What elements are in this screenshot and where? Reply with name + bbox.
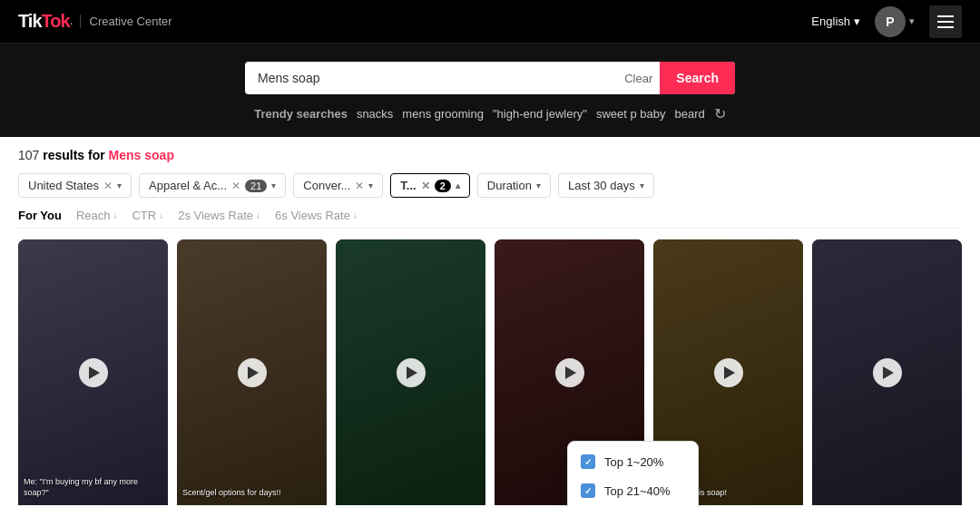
sort-tab-6s-views[interactable]: 6s Views Rate ↓ — [275, 209, 358, 222]
sort-arrow-icon: ↓ — [113, 210, 117, 220]
filter-top[interactable]: T... ✕ 2 ▴ — [390, 173, 469, 198]
filter-label: T... — [400, 179, 416, 192]
filter-badge: 2 — [435, 180, 451, 192]
filter-label: United States — [28, 179, 99, 192]
results-area: 107 results for Mens soap United States … — [0, 137, 980, 507]
play-button[interactable] — [555, 358, 584, 387]
chevron-down-icon: ▾ — [271, 180, 276, 190]
filter-united-states[interactable]: United States ✕ ▾ — [18, 173, 132, 198]
sort-arrow-icon: ↓ — [353, 210, 358, 220]
play-button[interactable] — [873, 358, 902, 387]
sort-tab-ctr[interactable]: CTR ↓ — [132, 209, 163, 222]
trending-row: Trendy searches snacks mens grooming "hi… — [254, 105, 725, 122]
results-query: Mens soap — [109, 148, 174, 162]
menu-line-2 — [937, 21, 954, 23]
menu-line-1 — [937, 15, 954, 17]
avatar-wrapper[interactable]: P ▾ — [875, 6, 915, 37]
trending-item-snacks[interactable]: snacks — [357, 107, 393, 121]
filter-remove-icon[interactable]: ✕ — [231, 180, 240, 192]
chevron-down-icon: ▾ — [536, 180, 541, 190]
search-input[interactable] — [245, 62, 617, 94]
checkbox-top-1-20[interactable] — [581, 454, 595, 469]
chevron-down-icon: ▾ — [117, 180, 122, 190]
dropdown-item-top-21-40[interactable]: Top 21~40% — [568, 476, 698, 505]
video-overlay-text: Scent/gel options for days!! — [182, 488, 321, 499]
video-card[interactable]: Me: "I'm buying my bf any more soap?" Co… — [18, 239, 168, 507]
search-button[interactable]: Search — [660, 62, 735, 94]
filter-last-30-days[interactable]: Last 30 days ▾ — [558, 173, 654, 198]
filter-label: Duration — [487, 179, 532, 192]
tiktok-logo: TikTok· — [18, 11, 73, 32]
search-bar: Clear Search — [245, 62, 735, 94]
sort-row: For You Reach ↓ CTR ↓ 2s Views Rate ↓ 6s… — [18, 209, 962, 229]
sort-tab-for-you[interactable]: For You — [18, 209, 62, 222]
results-container: Me: "I'm buying my bf any more soap?" Co… — [18, 239, 962, 507]
dropdown-item-top-1-20[interactable]: Top 1~20% — [568, 447, 698, 476]
results-prefix: results for — [43, 148, 108, 162]
chevron-down-icon: ▾ — [640, 180, 644, 190]
play-button[interactable] — [79, 358, 108, 387]
video-card[interactable]: Scent/gel options for days!! Conversions… — [177, 239, 327, 507]
sort-tab-label: For You — [18, 209, 62, 222]
filter-apparel[interactable]: Apparel & Ac... ✕ 21 ▾ — [139, 173, 286, 198]
video-thumbnail: Me: "I'm buying my bf any more soap?" — [18, 239, 168, 505]
filter-duration[interactable]: Duration ▾ — [477, 173, 551, 198]
checkbox-top-21-40[interactable] — [581, 483, 595, 498]
language-selector[interactable]: English ▾ — [811, 15, 860, 28]
video-card[interactable]: Conversions Skincare — [812, 239, 962, 507]
filter-label: Conver... — [303, 179, 350, 192]
play-button[interactable] — [397, 358, 426, 387]
results-count: 107 — [18, 148, 39, 162]
play-button[interactable] — [714, 358, 743, 387]
play-button[interactable] — [238, 358, 267, 387]
avatar-letter: P — [886, 15, 894, 29]
filter-remove-icon[interactable]: ✕ — [355, 180, 364, 192]
language-label: English — [811, 15, 850, 28]
header-right: English ▾ P ▾ — [811, 5, 962, 38]
header: TikTok· Creative Center English ▾ P ▾ — [0, 0, 980, 44]
trending-label: Trendy searches — [254, 107, 348, 121]
filter-remove-icon[interactable]: ✕ — [421, 180, 430, 192]
trending-item-mens-grooming[interactable]: mens grooming — [402, 107, 484, 121]
filter-label: Apparel & Ac... — [149, 179, 227, 192]
filter-conversions[interactable]: Conver... ✕ ▾ — [293, 173, 383, 198]
clear-button[interactable]: Clear — [617, 72, 660, 85]
trending-item-jewelry[interactable]: "high-end jewlery" — [493, 107, 587, 121]
video-card[interactable]: Conversions Skincare — [336, 239, 485, 507]
sort-tab-2s-views[interactable]: 2s Views Rate ↓ — [178, 209, 260, 222]
chevron-up-icon: ▴ — [456, 180, 460, 190]
video-overlay-text: Me: "I'm buying my bf any more soap?" — [24, 477, 162, 498]
creative-center-label: Creative Center — [80, 15, 172, 28]
search-area: Clear Search Trendy searches snacks mens… — [0, 44, 980, 137]
trending-item-sweet-p-baby[interactable]: sweet p baby — [596, 107, 666, 121]
sort-arrow-icon: ↓ — [159, 210, 163, 220]
filter-row: United States ✕ ▾ Apparel & Ac... ✕ 21 ▾… — [18, 173, 962, 198]
chevron-down-icon: ▾ — [368, 180, 373, 190]
trending-item-beard[interactable]: beard — [674, 107, 704, 121]
avatar-button[interactable]: P — [875, 6, 906, 37]
menu-button[interactable] — [929, 5, 962, 38]
sort-tab-label: Reach — [76, 209, 111, 222]
sort-tab-label: 2s Views Rate — [178, 209, 253, 222]
results-info: 107 results for Mens soap — [18, 148, 962, 162]
video-grid: Me: "I'm buying my bf any more soap?" Co… — [18, 239, 962, 507]
sort-tab-reach[interactable]: Reach ↓ — [76, 209, 118, 222]
chevron-down-icon: ▾ — [854, 15, 860, 28]
dropdown-item-label: Top 21~40% — [604, 484, 671, 498]
menu-line-3 — [937, 26, 954, 28]
filter-label: Last 30 days — [568, 179, 635, 192]
sort-arrow-icon: ↓ — [256, 210, 260, 220]
video-thumbnail — [336, 239, 485, 505]
filter-remove-icon[interactable]: ✕ — [103, 180, 113, 192]
sort-tab-label: 6s Views Rate — [275, 209, 350, 222]
filter-badge: 21 — [245, 180, 267, 192]
dropdown-item-label: Top 1~20% — [604, 455, 663, 469]
top-percent-dropdown[interactable]: Top 1~20% Top 21~40% Top 41~60% Top 61~8… — [567, 441, 699, 507]
video-thumbnail — [812, 239, 962, 505]
avatar-chevron-icon: ▾ — [909, 15, 915, 27]
refresh-icon[interactable]: ↻ — [714, 105, 726, 122]
sort-tab-label: CTR — [132, 209, 156, 222]
header-left: TikTok· Creative Center — [18, 11, 172, 32]
video-thumbnail: Scent/gel options for days!! — [177, 239, 327, 505]
